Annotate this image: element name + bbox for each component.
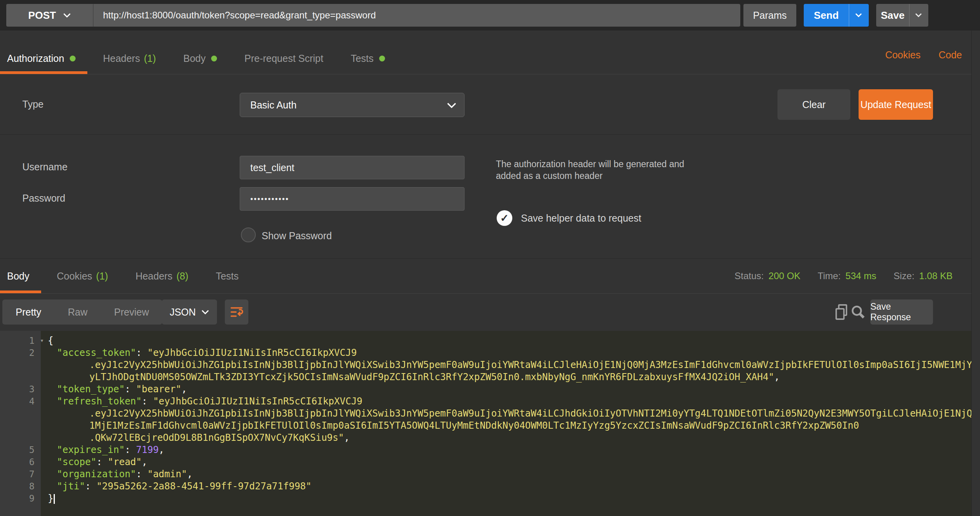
response-tab-tests[interactable]: Tests [209, 259, 250, 293]
view-mode-raw[interactable]: Raw [54, 307, 101, 318]
auth-type-value: Basic Auth [240, 99, 447, 111]
response-tab-body[interactable]: Body [0, 259, 41, 293]
tab-label: Body [183, 53, 206, 64]
update-request-button[interactable]: Update Request [859, 89, 933, 120]
code-text: } [41, 493, 55, 505]
password-input[interactable]: ••••••••••• [240, 187, 465, 211]
auth-type-row: Type Basic Auth Clear Update Request [0, 74, 971, 135]
code-text: .eyJ1c2VyX25hbWUiOiJhZG1pbiIsInNjb3BlIjp… [41, 359, 972, 371]
response-header: BodyCookies(1)Headers(8)Tests Status: 20… [0, 258, 980, 294]
response-body-editor[interactable]: 1▾{2"access_token": "eyJhbGciOiJIUzI1NiI… [0, 331, 980, 516]
wrap-text-button[interactable] [225, 299, 248, 325]
code-token: 7199 [136, 444, 159, 455]
line-number: 6 [0, 456, 41, 468]
auth-type-select[interactable]: Basic Auth [240, 93, 465, 117]
response-tab-bar: BodyCookies(1)Headers(8)Tests [0, 259, 259, 293]
view-mode-preview[interactable]: Preview [101, 307, 162, 318]
code-line: .eyJ1c2VyX25hbWUiOiJhZG1pbiIsInNjb3BlIjp… [0, 359, 980, 371]
send-button[interactable]: Send [804, 4, 849, 27]
tab-body[interactable]: Body [176, 43, 229, 74]
code-token: , [142, 456, 147, 467]
wrap-text-icon [230, 305, 244, 319]
url-input[interactable]: http://host1:8000/oauth/token?scope=read… [94, 10, 740, 21]
code-line: 8"jti": "295a5262-2a88-4541-99ff-97d27a7… [0, 480, 980, 493]
show-password-radio[interactable] [241, 227, 256, 242]
chevron-down-icon [855, 13, 863, 18]
fold-caret-icon[interactable]: ▾ [40, 334, 44, 346]
params-button[interactable]: Params [743, 4, 796, 27]
code-token: : [125, 384, 136, 395]
code-text: "scope": "read", [41, 456, 147, 468]
search-response-button[interactable] [849, 302, 866, 322]
line-number [0, 371, 41, 383]
response-tab-headers[interactable]: Headers(8) [128, 259, 200, 293]
code-line: 7"organization": "admin", [0, 468, 980, 480]
tab-label: Tests [351, 53, 373, 64]
code-token: : [125, 444, 136, 455]
code-token: , [344, 432, 349, 443]
tab-headers[interactable]: Headers(1) [96, 43, 168, 74]
response-tab-cookies[interactable]: Cookies(1) [50, 259, 120, 293]
code-token: "access_token" [57, 347, 136, 358]
tab-count: (8) [176, 271, 188, 282]
code-link[interactable]: Code [938, 49, 962, 61]
save-button[interactable]: Save [876, 4, 909, 27]
postman-app-window: POST http://host1:8000/oauth/token?scope… [0, 0, 980, 516]
tab-pre-request-script[interactable]: Pre-request Script [237, 43, 335, 74]
code-token: "bearer" [136, 384, 181, 395]
code-token: , [159, 444, 164, 455]
status-value: 200 OK [768, 271, 800, 281]
code-token: "expires_in" [57, 444, 125, 455]
code-token: "scope" [57, 456, 96, 467]
code-text: yLTJhODgtNDU0MS05OWZmLTk3ZDI3YTcxZjk5OCI… [41, 371, 780, 383]
clear-button[interactable]: Clear [777, 89, 850, 120]
code-token: "read" [108, 456, 142, 467]
code-token: : [136, 347, 147, 358]
method-dropdown[interactable]: POST [6, 4, 94, 27]
tab-authorization[interactable]: Authorization [0, 43, 87, 74]
method-label: POST [28, 9, 56, 22]
code-line: .eyJ1c2VyX25hbWUiOiJhZG1pbiIsInNjb3BlIjp… [0, 408, 980, 420]
line-number [0, 432, 41, 444]
response-status-bar: Status: 200 OK Time: 534 ms Size: 1.08 K… [734, 259, 953, 293]
check-icon: ✓ [500, 212, 509, 224]
save-response-button[interactable]: Save Response [870, 299, 933, 325]
line-number: 9 [0, 493, 41, 505]
code-token: "token_type" [57, 384, 125, 395]
status-dot-icon [379, 56, 385, 61]
send-options-button[interactable] [849, 4, 869, 27]
status-item: Status: 200 OK [734, 271, 800, 281]
format-dropdown[interactable]: JSON [162, 299, 217, 325]
tab-tests[interactable]: Tests [344, 43, 396, 74]
format-value: JSON [170, 307, 196, 318]
copy-response-button[interactable] [833, 302, 850, 322]
cookies-link[interactable]: Cookies [885, 49, 920, 61]
view-mode-pretty[interactable]: Pretty [2, 307, 54, 318]
view-mode-switcher: PrettyRawPreview [2, 299, 162, 325]
line-number [0, 420, 41, 432]
code-token: , [774, 372, 779, 382]
save-options-button[interactable] [909, 4, 928, 27]
save-helper-checkbox[interactable]: ✓ [497, 210, 512, 226]
username-input[interactable]: test_client [240, 156, 465, 179]
code-token: "295a5262-2a88-4541-99ff-97d27a71f998" [96, 481, 311, 492]
auth-helper-note: The authorization header will be generat… [496, 158, 703, 182]
code-token: yLTJhODgtNDU0MS05OWZmLTk3ZDI3YTcxZjk5OCI… [89, 372, 774, 382]
status-dot-icon [211, 56, 217, 61]
code-line: 5"expires_in": 7199, [0, 444, 980, 456]
save-helper-label: Save helper data to request [521, 213, 641, 224]
line-number [0, 408, 41, 420]
tab-count: (1) [96, 271, 108, 282]
search-icon [850, 304, 866, 320]
code-line: 6"scope": "read", [0, 456, 980, 468]
code-token: : [96, 456, 108, 467]
chevron-down-icon [447, 102, 455, 108]
line-number: 5 [0, 444, 41, 456]
code-token: "refresh_token" [57, 396, 142, 407]
code-line: 2"access_token": "eyJhbGciOiJIUzI1NiIsIn… [0, 347, 980, 359]
code-token: { [48, 335, 53, 346]
code-token: : [136, 469, 147, 480]
line-number: 2 [0, 347, 41, 359]
time-item: Time: 534 ms [817, 271, 876, 281]
line-number: 1▾ [0, 335, 41, 347]
